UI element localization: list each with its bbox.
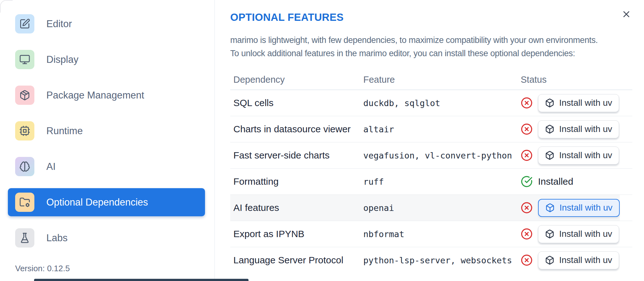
column-header-dependency: Dependency [230, 75, 360, 85]
sidebar-item-runtime[interactable]: Runtime [8, 117, 205, 145]
install-button-label: Install with uv [559, 229, 612, 239]
circle-x-icon [521, 202, 533, 214]
column-header-feature: Feature [360, 75, 518, 85]
installed-label: Installed [538, 176, 573, 187]
page-title: OPTIONAL FEATURES [230, 11, 633, 23]
optional-features-panel: OPTIONAL FEATURES marimo is lightweight,… [215, 0, 644, 281]
install-with-uv-button[interactable]: Install with uv [538, 146, 619, 164]
dependency-cell: Fast server-side charts [230, 150, 360, 161]
table-row-fast-server-side-charts: Fast server-side chartsvegafusion, vl-co… [230, 142, 632, 169]
sidebar-item-label: Package Management [46, 90, 144, 101]
feature-cell: ruff [360, 177, 518, 187]
install-with-uv-button[interactable]: Install with uv [538, 251, 619, 269]
status-cell: Install with uv [518, 146, 632, 164]
sidebar-item-label: AI [46, 161, 56, 172]
status-cell: Install with uv [518, 94, 632, 112]
circle-x-icon [521, 149, 533, 161]
dependency-cell: Export as IPYNB [230, 229, 360, 239]
dependency-cell: Language Server Protocol [230, 255, 360, 266]
table-row-ai-features: AI featuresopenaiInstall with uv [230, 195, 632, 221]
dependency-cell: AI features [230, 202, 360, 213]
feature-cell: nbformat [360, 229, 518, 239]
close-icon [621, 9, 631, 20]
feature-cell: vegafusion, vl-convert-python [360, 151, 518, 160]
install-with-uv-button[interactable]: Install with uv [538, 120, 619, 138]
circle-x-icon [521, 254, 533, 266]
sidebar-item-display[interactable]: Display [8, 45, 205, 74]
status-cell: Install with uv [518, 199, 632, 217]
horizontal-scrollbar-thumb[interactable] [34, 279, 249, 281]
close-button[interactable] [621, 9, 632, 20]
install-button-label: Install with uv [559, 255, 612, 265]
version-label: Version: 0.12.5 [15, 264, 70, 273]
sidebar-item-optional-dependencies[interactable]: Optional Dependencies [8, 188, 205, 216]
sidebar-item-package-management[interactable]: Package Management [8, 81, 205, 109]
brain-icon [15, 157, 34, 176]
circle-x-icon [521, 123, 533, 135]
settings-sidebar: EditorDisplayPackage ManagementRuntimeAI… [0, 0, 215, 281]
sidebar-nav: EditorDisplayPackage ManagementRuntimeAI… [8, 10, 214, 252]
sidebar-item-label: Editor [46, 18, 72, 30]
sidebar-item-labs[interactable]: Labs [8, 224, 205, 252]
dependency-cell: Charts in datasource viewer [230, 124, 360, 135]
sidebar-item-editor[interactable]: Editor [8, 10, 205, 38]
square-pen-icon [15, 14, 34, 33]
cpu-icon [15, 121, 34, 140]
dependencies-table: Dependency Feature Status SQL cellsduckd… [230, 69, 632, 273]
install-with-uv-button[interactable]: Install with uv [538, 225, 619, 243]
status-cell: Installed [518, 176, 632, 188]
flask-conical-icon [15, 228, 34, 248]
package-icon [15, 86, 34, 105]
install-button-label: Install with uv [559, 124, 612, 134]
description-line: To unlock additional features in the mar… [230, 47, 633, 60]
status-cell: Install with uv [518, 251, 632, 269]
dependency-cell: SQL cells [230, 98, 360, 108]
column-header-status: Status [518, 75, 632, 85]
circle-check-icon [521, 176, 533, 188]
table-row-sql-cells: SQL cellsduckdb, sqlglotInstall with uv [230, 90, 632, 116]
install-button-label: Install with uv [559, 150, 612, 160]
feature-cell: altair [360, 124, 518, 134]
box-icon [545, 98, 554, 108]
settings-dialog: EditorDisplayPackage ManagementRuntimeAI… [0, 0, 644, 281]
table-row-formatting: FormattingruffInstalled [230, 169, 632, 195]
feature-cell: duckdb, sqlglot [360, 98, 518, 108]
install-button-label: Install with uv [559, 203, 612, 213]
install-with-uv-button[interactable]: Install with uv [538, 199, 620, 217]
circle-x-icon [521, 228, 533, 240]
monitor-icon [15, 50, 34, 69]
dependency-cell: Formatting [230, 176, 360, 187]
box-icon [545, 229, 554, 239]
feature-cell: python-lsp-server, websockets [360, 255, 518, 265]
sidebar-item-label: Runtime [46, 125, 83, 137]
table-body: SQL cellsduckdb, sqlglotInstall with uvC… [230, 90, 632, 273]
table-row-export-as-ipynb: Export as IPYNBnbformatInstall with uv [230, 221, 632, 247]
install-with-uv-button[interactable]: Install with uv [538, 94, 619, 112]
sidebar-item-ai[interactable]: AI [8, 152, 205, 181]
sidebar-item-label: Optional Dependencies [46, 197, 148, 208]
box-icon [545, 124, 554, 134]
panel-description: marimo is lightweight, with few dependen… [230, 33, 633, 60]
box-icon [545, 255, 554, 265]
sidebar-item-label: Labs [46, 232, 67, 244]
sidebar-item-label: Display [46, 54, 79, 65]
circle-x-icon [521, 97, 533, 109]
box-icon [545, 203, 555, 212]
status-cell: Install with uv [518, 225, 632, 243]
folder-cog-icon [15, 193, 34, 212]
status-cell: Install with uv [518, 120, 632, 138]
table-header-row: Dependency Feature Status [230, 69, 632, 90]
install-button-label: Install with uv [559, 98, 612, 108]
table-row-charts-in-datasource-viewer: Charts in datasource vieweraltairInstall… [230, 116, 632, 142]
feature-cell: openai [360, 203, 518, 213]
table-row-language-server-protocol: Language Server Protocolpython-lsp-serve… [230, 247, 632, 273]
box-icon [545, 151, 554, 160]
description-line: marimo is lightweight, with few dependen… [230, 33, 633, 47]
